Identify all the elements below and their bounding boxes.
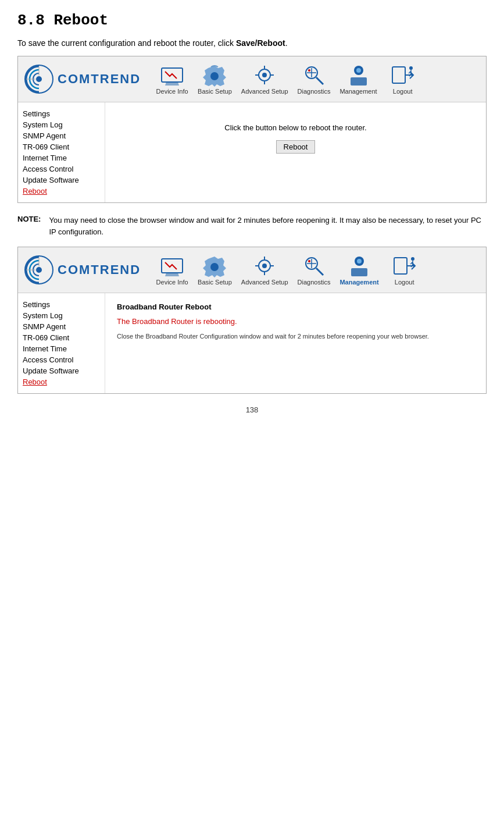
sidebar-systemlog-2[interactable]: System Log bbox=[23, 310, 100, 321]
svg-rect-20 bbox=[392, 67, 405, 83]
sidebar-tr069-2[interactable]: TR-069 Client bbox=[23, 332, 100, 343]
intro-text: To save the current configuration and re… bbox=[17, 38, 236, 48]
svg-rect-31 bbox=[162, 259, 183, 273]
note-text: You may need to close the browser window… bbox=[49, 215, 487, 237]
sidebar-updatesoftware-1[interactable]: Update Software bbox=[23, 175, 100, 186]
basic-setup-icon-2 bbox=[202, 254, 227, 277]
diagnostics-icon-2 bbox=[301, 254, 327, 277]
reboot-center-1: Click the button below to reboot the rou… bbox=[117, 112, 474, 165]
svg-point-19 bbox=[356, 68, 361, 73]
advanced-setup-icon-1 bbox=[252, 63, 277, 87]
nav-diagnostics-2[interactable]: Diagnostics bbox=[294, 252, 334, 288]
intro-period: . bbox=[285, 38, 288, 48]
svg-point-34 bbox=[262, 264, 267, 268]
logo-area-1: COMTREND bbox=[24, 64, 141, 94]
nav-label-basic-setup-2: Basic Setup bbox=[198, 279, 232, 286]
comtrend-logo-text-1: COMTREND bbox=[58, 72, 141, 87]
logout-icon-2 bbox=[392, 254, 417, 277]
management-icon-2 bbox=[346, 254, 372, 277]
page-title: 8.8 Reboot bbox=[17, 12, 487, 29]
nav-label-device-info-2: Device Info bbox=[156, 279, 188, 286]
nav-management-1[interactable]: Management bbox=[336, 61, 380, 97]
svg-point-46 bbox=[357, 259, 362, 264]
svg-point-16 bbox=[308, 69, 310, 72]
sidebar-2: Settings System Log SNMP Agent TR-069 Cl… bbox=[18, 293, 105, 393]
nav-advanced-setup-1[interactable]: Advanced Setup bbox=[238, 61, 292, 97]
reboot-button-1[interactable]: Reboot bbox=[276, 140, 316, 154]
nav-label-advanced-setup-1: Advanced Setup bbox=[241, 88, 288, 95]
basic-setup-icon-1 bbox=[202, 63, 227, 87]
nav-advanced-setup-2[interactable]: Advanced Setup bbox=[238, 252, 292, 288]
comtrend-logo-icon-1 bbox=[24, 64, 54, 94]
device-info-icon-1 bbox=[159, 63, 185, 87]
sidebar-accesscontrol-2[interactable]: Access Control bbox=[23, 354, 100, 365]
panel-2: COMTREND Device Info Basic Setup bbox=[17, 247, 487, 394]
svg-point-28 bbox=[36, 267, 42, 273]
comtrend-logo-icon-2 bbox=[24, 255, 54, 285]
nav-device-info-1[interactable]: Device Info bbox=[152, 61, 192, 97]
reboot-result-small: Close the Broadband Router Configuration… bbox=[117, 332, 474, 341]
panel-2-header: COMTREND Device Info Basic Setup bbox=[18, 247, 486, 293]
sidebar-settings-2[interactable]: Settings bbox=[23, 299, 100, 310]
sidebar-reboot-1[interactable]: Reboot bbox=[23, 186, 100, 197]
sidebar-1: Settings System Log SNMP Agent TR-069 Cl… bbox=[18, 102, 105, 202]
nav-label-management-2: Management bbox=[339, 279, 378, 286]
logout-icon-1 bbox=[390, 63, 416, 87]
comtrend-logo-text-2: COMTREND bbox=[58, 262, 141, 277]
management-icon-1 bbox=[346, 63, 371, 87]
nav-label-logout-1: Logout bbox=[393, 88, 413, 95]
sidebar-internettime-1[interactable]: Internet Time bbox=[23, 152, 100, 163]
device-info-icon-2 bbox=[159, 254, 185, 277]
note-section: NOTE: You may need to close the browser … bbox=[17, 215, 487, 237]
nav-label-diagnostics-2: Diagnostics bbox=[298, 279, 331, 286]
nav-label-advanced-setup-2: Advanced Setup bbox=[241, 279, 288, 286]
svg-point-32 bbox=[210, 263, 219, 271]
reboot-result-title: Broadband Router Reboot bbox=[117, 302, 474, 311]
sidebar-snmp-1[interactable]: SNMP Agent bbox=[23, 130, 100, 141]
svg-point-7 bbox=[262, 73, 267, 77]
reboot-result-red: The Broadband Router is rebooting. bbox=[117, 317, 474, 326]
nav-device-info-2[interactable]: Device Info bbox=[152, 252, 192, 288]
sidebar-settings-1[interactable]: Settings bbox=[23, 108, 100, 119]
svg-point-22 bbox=[409, 66, 413, 70]
nav-logout-1[interactable]: Logout bbox=[383, 61, 423, 97]
logo-area-2: COMTREND bbox=[24, 255, 141, 285]
sidebar-accesscontrol-1[interactable]: Access Control bbox=[23, 163, 100, 175]
sidebar-reboot-2[interactable]: Reboot bbox=[23, 376, 100, 387]
svg-line-15 bbox=[316, 77, 323, 84]
nav-items-1: Device Info Basic Setup bbox=[152, 61, 480, 97]
nav-logout-2[interactable]: Logout bbox=[385, 252, 424, 288]
note-label: NOTE: bbox=[17, 215, 41, 237]
intro-paragraph: To save the current configuration and re… bbox=[17, 38, 487, 48]
svg-rect-4 bbox=[162, 68, 183, 82]
svg-point-1 bbox=[36, 76, 42, 82]
sidebar-tr069-1[interactable]: TR-069 Client bbox=[23, 141, 100, 152]
intro-bold: Save/Reboot bbox=[236, 38, 285, 48]
svg-line-42 bbox=[316, 268, 323, 275]
svg-rect-47 bbox=[394, 258, 407, 274]
nav-management-2[interactable]: Management bbox=[336, 252, 382, 288]
svg-rect-18 bbox=[351, 77, 367, 86]
reboot-instruction: Click the button below to reboot the rou… bbox=[128, 123, 463, 132]
nav-basic-setup-1[interactable]: Basic Setup bbox=[194, 61, 235, 97]
nav-basic-setup-2[interactable]: Basic Setup bbox=[194, 252, 235, 288]
panel-1: COMTREND Device Info Basic Setup bbox=[17, 56, 487, 203]
nav-label-basic-setup-1: Basic Setup bbox=[198, 88, 232, 95]
diagnostics-icon-1 bbox=[301, 63, 327, 87]
sidebar-internettime-2[interactable]: Internet Time bbox=[23, 343, 100, 354]
nav-label-management-1: Management bbox=[339, 88, 377, 95]
sidebar-systemlog-1[interactable]: System Log bbox=[23, 119, 100, 130]
page-number: 138 bbox=[17, 405, 487, 414]
nav-label-logout-2: Logout bbox=[395, 279, 414, 286]
panel-1-content: Click the button below to reboot the rou… bbox=[105, 102, 486, 202]
svg-point-5 bbox=[210, 72, 219, 80]
panel-1-body: Settings System Log SNMP Agent TR-069 Cl… bbox=[18, 102, 486, 202]
svg-point-49 bbox=[411, 257, 414, 261]
sidebar-updatesoftware-2[interactable]: Update Software bbox=[23, 365, 100, 376]
panel-1-header: COMTREND Device Info Basic Setup bbox=[18, 56, 486, 102]
nav-diagnostics-1[interactable]: Diagnostics bbox=[294, 61, 334, 97]
svg-point-43 bbox=[308, 260, 310, 262]
sidebar-snmp-2[interactable]: SNMP Agent bbox=[23, 321, 100, 332]
panel-2-content: Broadband Router Reboot The Broadband Ro… bbox=[105, 293, 486, 393]
nav-label-diagnostics-1: Diagnostics bbox=[298, 88, 331, 95]
